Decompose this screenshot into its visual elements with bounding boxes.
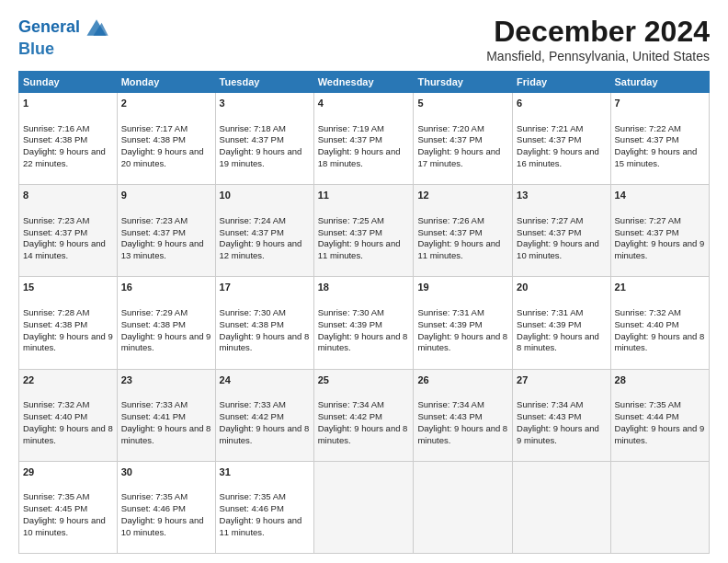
calendar-cell	[513, 461, 610, 553]
day-number: 30	[121, 465, 211, 479]
sunrise-text: Sunrise: 7:35 AM	[615, 399, 681, 409]
day-of-week-header: Sunday	[19, 72, 118, 93]
sunrise-text: Sunrise: 7:28 AM	[23, 307, 89, 317]
calendar-cell	[610, 461, 709, 553]
daylight-text: Daylight: 9 hours and 8 minutes.	[23, 423, 113, 445]
daylight-text: Daylight: 9 hours and 10 minutes.	[23, 515, 106, 537]
sunrise-text: Sunrise: 7:30 AM	[220, 307, 286, 317]
daylight-text: Daylight: 9 hours and 13 minutes.	[121, 238, 204, 260]
day-number: 1	[23, 97, 113, 110]
sunset-text: Sunset: 4:43 PM	[517, 411, 581, 421]
sunset-text: Sunset: 4:37 PM	[23, 227, 87, 237]
day-number: 20	[517, 281, 606, 294]
calendar-cell: 13Sunrise: 7:27 AMSunset: 4:37 PMDayligh…	[513, 185, 610, 277]
sunset-text: Sunset: 4:42 PM	[318, 411, 382, 421]
daylight-text: Daylight: 9 hours and 11 minutes.	[318, 238, 401, 260]
sunset-text: Sunset: 4:40 PM	[23, 411, 87, 421]
calendar-cell: 29Sunrise: 7:35 AMSunset: 4:45 PMDayligh…	[19, 461, 118, 553]
day-number: 23	[121, 373, 211, 387]
calendar-cell: 8Sunrise: 7:23 AMSunset: 4:37 PMDaylight…	[19, 185, 118, 277]
day-number: 24	[220, 373, 310, 387]
day-number: 12	[417, 189, 508, 202]
sunrise-text: Sunrise: 7:27 AM	[517, 215, 583, 225]
sunrise-text: Sunrise: 7:27 AM	[615, 215, 681, 225]
calendar-cell: 12Sunrise: 7:26 AMSunset: 4:37 PMDayligh…	[414, 185, 513, 277]
sunset-text: Sunset: 4:37 PM	[615, 227, 679, 237]
sunrise-text: Sunrise: 7:34 AM	[517, 399, 583, 409]
logo-text-blue: Blue	[18, 40, 109, 59]
sunrise-text: Sunrise: 7:35 AM	[220, 491, 286, 501]
calendar-cell: 15Sunrise: 7:28 AMSunset: 4:38 PMDayligh…	[19, 277, 118, 369]
calendar-cell	[414, 461, 513, 553]
sunrise-text: Sunrise: 7:23 AM	[23, 215, 89, 225]
sunrise-text: Sunrise: 7:32 AM	[23, 399, 89, 409]
sunset-text: Sunset: 4:37 PM	[417, 134, 482, 144]
sunset-text: Sunset: 4:38 PM	[121, 319, 186, 329]
calendar-cell: 9Sunrise: 7:23 AMSunset: 4:37 PMDaylight…	[117, 185, 215, 277]
day-number: 10	[220, 189, 310, 202]
day-header-row: SundayMondayTuesdayWednesdayThursdayFrid…	[19, 72, 710, 93]
sunset-text: Sunset: 4:37 PM	[417, 227, 482, 237]
calendar-cell: 11Sunrise: 7:25 AMSunset: 4:37 PMDayligh…	[313, 185, 414, 277]
daylight-text: Daylight: 9 hours and 9 minutes.	[121, 331, 211, 353]
sunrise-text: Sunrise: 7:16 AM	[23, 123, 89, 133]
sunrise-text: Sunrise: 7:25 AM	[318, 215, 384, 225]
day-number: 31	[220, 465, 310, 479]
day-number: 14	[615, 189, 705, 202]
calendar-cell: 23Sunrise: 7:33 AMSunset: 4:41 PMDayligh…	[117, 369, 215, 461]
day-number: 5	[417, 97, 508, 110]
month-title: December 2024	[486, 15, 710, 49]
sunrise-text: Sunrise: 7:18 AM	[220, 123, 286, 133]
sunset-text: Sunset: 4:44 PM	[615, 411, 679, 421]
sunset-text: Sunset: 4:37 PM	[121, 227, 186, 237]
title-block: December 2024 Mansfield, Pennsylvania, U…	[486, 15, 710, 63]
daylight-text: Daylight: 9 hours and 9 minutes.	[615, 238, 705, 260]
sunset-text: Sunset: 4:38 PM	[23, 134, 87, 144]
calendar-cell: 10Sunrise: 7:24 AMSunset: 4:37 PMDayligh…	[215, 185, 313, 277]
calendar-cell: 3Sunrise: 7:18 AMSunset: 4:37 PMDaylight…	[215, 93, 313, 185]
day-of-week-header: Friday	[513, 72, 610, 93]
day-number: 13	[517, 189, 606, 202]
sunrise-text: Sunrise: 7:31 AM	[417, 307, 483, 317]
daylight-text: Daylight: 9 hours and 14 minutes.	[23, 238, 106, 260]
sunrise-text: Sunrise: 7:34 AM	[417, 399, 483, 409]
day-number: 29	[23, 465, 113, 479]
day-of-week-header: Thursday	[414, 72, 513, 93]
daylight-text: Daylight: 9 hours and 12 minutes.	[220, 238, 302, 260]
sunset-text: Sunset: 4:38 PM	[220, 319, 284, 329]
calendar-table: SundayMondayTuesdayWednesdayThursdayFrid…	[18, 71, 710, 554]
daylight-text: Daylight: 9 hours and 10 minutes.	[121, 515, 204, 537]
day-number: 15	[23, 281, 113, 294]
day-number: 8	[23, 189, 113, 202]
daylight-text: Daylight: 9 hours and 9 minutes.	[23, 331, 113, 353]
calendar-cell: 7Sunrise: 7:22 AMSunset: 4:37 PMDaylight…	[610, 93, 709, 185]
daylight-text: Daylight: 9 hours and 22 minutes.	[23, 146, 106, 168]
location: Mansfield, Pennsylvania, United States	[486, 49, 710, 63]
daylight-text: Daylight: 9 hours and 20 minutes.	[121, 146, 204, 168]
logo-text: General	[18, 18, 80, 37]
sunrise-text: Sunrise: 7:33 AM	[220, 399, 286, 409]
sunset-text: Sunset: 4:46 PM	[220, 503, 284, 513]
calendar-cell: 30Sunrise: 7:35 AMSunset: 4:46 PMDayligh…	[117, 461, 215, 553]
calendar-cell: 27Sunrise: 7:34 AMSunset: 4:43 PMDayligh…	[513, 369, 610, 461]
calendar-cell: 1Sunrise: 7:16 AMSunset: 4:38 PMDaylight…	[19, 93, 118, 185]
day-of-week-header: Monday	[117, 72, 215, 93]
header: General Blue December 2024 Mansfield, Pe…	[18, 15, 710, 63]
daylight-text: Daylight: 9 hours and 8 minutes.	[318, 423, 408, 445]
sunrise-text: Sunrise: 7:31 AM	[517, 307, 583, 317]
calendar-cell: 28Sunrise: 7:35 AMSunset: 4:44 PMDayligh…	[610, 369, 709, 461]
calendar-cell	[313, 461, 414, 553]
sunset-text: Sunset: 4:37 PM	[517, 227, 581, 237]
calendar-cell: 5Sunrise: 7:20 AMSunset: 4:37 PMDaylight…	[414, 93, 513, 185]
day-number: 19	[417, 281, 508, 294]
calendar-cell: 6Sunrise: 7:21 AMSunset: 4:37 PMDaylight…	[513, 93, 610, 185]
day-number: 7	[615, 97, 705, 110]
sunrise-text: Sunrise: 7:26 AM	[417, 215, 483, 225]
calendar-cell: 26Sunrise: 7:34 AMSunset: 4:43 PMDayligh…	[414, 369, 513, 461]
sunrise-text: Sunrise: 7:17 AM	[121, 123, 188, 133]
daylight-text: Daylight: 9 hours and 8 minutes.	[417, 331, 507, 353]
sunset-text: Sunset: 4:46 PM	[121, 503, 186, 513]
daylight-text: Daylight: 9 hours and 8 minutes.	[417, 423, 507, 445]
daylight-text: Daylight: 9 hours and 8 minutes.	[615, 331, 705, 353]
calendar-header: SundayMondayTuesdayWednesdayThursdayFrid…	[19, 72, 710, 93]
